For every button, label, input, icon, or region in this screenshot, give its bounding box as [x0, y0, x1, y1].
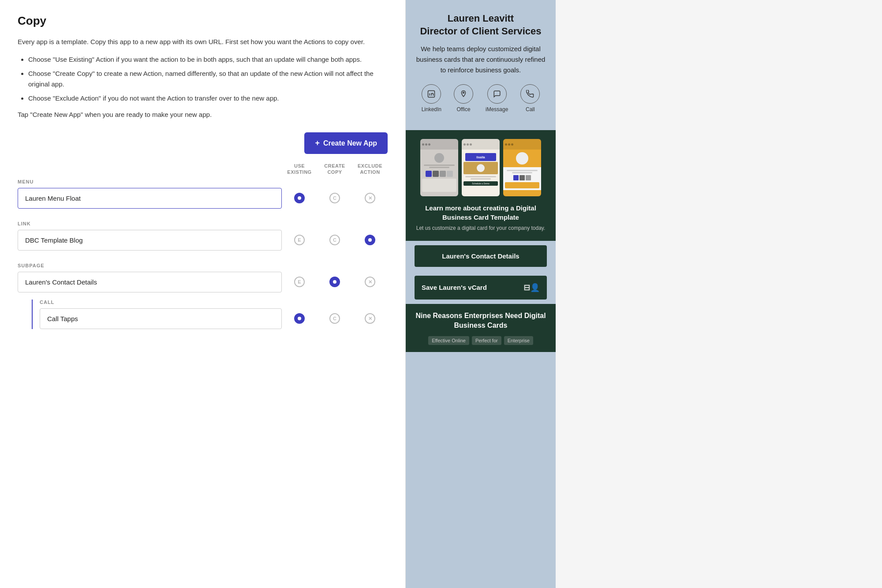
plus-icon: + [315, 139, 320, 148]
subpage-label: SUBPAGE [18, 263, 388, 268]
radio-e-letter-2: E [298, 279, 301, 285]
call-subsection: CALL C ✕ [32, 300, 388, 329]
subpage-radio-group: E ✕ [282, 277, 388, 287]
radio-c-letter: C [333, 195, 336, 201]
description: Every app is a template. Copy this app t… [18, 37, 388, 47]
call-icon[interactable] [520, 84, 540, 104]
save-vcard-button[interactable]: Save Lauren's vCard ⊟👤 [415, 276, 547, 300]
menu-exclude-action-cell[interactable]: ✕ [352, 193, 388, 203]
nine-reasons-tags: Effective Online Perfect for Enterprise [413, 336, 549, 345]
menu-exclude-action-radio[interactable]: ✕ [365, 193, 375, 203]
link-label: LINK [18, 221, 388, 226]
radio-c-letter-2: C [333, 237, 336, 243]
link-create-copy-cell[interactable]: C [317, 235, 352, 245]
exclude-action-header: EXCLUDE ACTION [352, 163, 388, 176]
sidebar-top: Lauren Leavitt Director of Client Servic… [406, 0, 556, 130]
card-previews-section: lixalla Schedule a Demo [406, 130, 556, 241]
link-create-copy-radio[interactable]: C [329, 235, 340, 245]
call-label: Call [526, 106, 535, 112]
create-copy-header: CREATE COPY [317, 163, 352, 176]
tag-3: Enterprise [504, 336, 533, 345]
menu-form-row: C ✕ [18, 188, 388, 209]
tag-1: Effective Online [428, 336, 469, 345]
link-input[interactable] [18, 230, 282, 251]
call-create-copy-radio[interactable]: C [329, 313, 340, 324]
linkedin-icon[interactable] [422, 84, 441, 104]
create-new-button[interactable]: + Create New App [304, 132, 388, 154]
preview-learn-text: Learn more about creating a Digital Busi… [415, 203, 547, 222]
call-form-row: C ✕ [40, 308, 388, 329]
menu-section: MENU C ✕ [18, 179, 388, 209]
bullet-item-2: Choose "Create Copy" to create a new Act… [28, 68, 388, 90]
radio-c-letter-3: C [333, 316, 336, 321]
call-create-copy-cell[interactable]: C [317, 313, 352, 324]
call-use-existing-radio[interactable] [294, 313, 305, 324]
subpage-use-existing-radio[interactable]: E [294, 277, 305, 287]
subpage-exclude-action-cell[interactable]: ✕ [352, 277, 388, 287]
link-radio-group: E C [282, 235, 388, 245]
office-icon-item[interactable]: Office [454, 84, 473, 112]
sidebar-person-name: Lauren Leavitt Director of Client Servic… [415, 12, 547, 37]
menu-use-existing-cell[interactable] [282, 193, 317, 203]
main-panel: Copy Every app is a template. Copy this … [0, 0, 406, 588]
create-new-label: Create New App [323, 139, 377, 147]
tap-instruction: Tap "Create New App" when you are ready … [18, 111, 388, 118]
bullet-item-1: Choose "Use Existing" Action if you want… [28, 54, 388, 65]
link-form-row: E C [18, 230, 388, 251]
save-vcard-label: Save Lauren's vCard [422, 284, 487, 291]
preview-card-2: lixalla Schedule a Demo [462, 139, 500, 196]
preview-card-3 [503, 139, 541, 196]
menu-label: MENU [18, 179, 388, 184]
call-exclude-action-cell[interactable]: ✕ [352, 313, 388, 324]
subpage-form-row: E ✕ [18, 272, 388, 292]
contact-details-button[interactable]: Lauren's Contact Details [415, 245, 547, 267]
sidebar: Lauren Leavitt Director of Client Servic… [406, 0, 556, 588]
menu-create-copy-cell[interactable]: C [317, 193, 352, 203]
tag-2: Perfect for [472, 336, 501, 345]
linkedin-label: LinkedIn [422, 106, 441, 112]
menu-input[interactable] [18, 188, 282, 209]
preview-sub-text: Let us customize a digital card for your… [415, 225, 547, 232]
menu-create-copy-radio[interactable]: C [329, 193, 340, 203]
social-icons: LinkedIn Office iMessage [415, 84, 547, 112]
imessage-label: iMessage [486, 106, 508, 112]
subpage-create-copy-cell[interactable] [317, 277, 352, 287]
call-radio-group: C ✕ [282, 313, 388, 324]
vcard-icon: ⊟👤 [523, 283, 540, 292]
nine-reasons-title: Nine Reasons Enterprises Need Digital Bu… [413, 311, 549, 331]
subpage-input[interactable] [18, 272, 282, 292]
office-icon[interactable] [454, 84, 473, 104]
office-label: Office [456, 106, 470, 112]
call-exclude-action-radio[interactable]: ✕ [365, 313, 375, 324]
linkedin-icon-item[interactable]: LinkedIn [422, 84, 441, 112]
page-title: Copy [18, 14, 388, 28]
link-section: LINK E C [18, 221, 388, 251]
imessage-icon-item[interactable]: iMessage [486, 84, 508, 112]
bullet-list: Choose "Use Existing" Action if you want… [28, 54, 388, 104]
radio-e-letter-1: E [298, 237, 301, 243]
call-icon-item[interactable]: Call [520, 84, 540, 112]
link-exclude-action-cell[interactable] [352, 235, 388, 245]
link-use-existing-radio[interactable]: E [294, 235, 305, 245]
menu-use-existing-radio[interactable] [294, 193, 305, 203]
imessage-icon[interactable] [487, 84, 507, 104]
subpage-create-copy-radio[interactable] [329, 277, 340, 287]
link-exclude-action-radio[interactable] [365, 235, 375, 245]
radio-headers: USE EXISTING CREATE COPY EXCLUDE ACTION [18, 163, 388, 176]
menu-radio-group: C ✕ [282, 193, 388, 203]
use-existing-header: USE EXISTING [282, 163, 317, 176]
subpage-exclude-action-radio[interactable]: ✕ [365, 277, 375, 287]
link-use-existing-cell[interactable]: E [282, 235, 317, 245]
subpage-section: SUBPAGE E ✕ CALL [18, 263, 388, 329]
bullet-item-3: Choose "Exclude Action" if you do not wa… [28, 93, 388, 104]
svg-point-1 [463, 92, 464, 94]
subpage-use-existing-cell[interactable]: E [282, 277, 317, 287]
call-input[interactable] [40, 308, 282, 329]
call-label: CALL [40, 300, 388, 305]
call-use-existing-cell[interactable] [282, 313, 317, 324]
radio-x-letter: ✕ [368, 195, 372, 201]
preview-card-1 [420, 139, 458, 196]
radio-x-letter-2: ✕ [368, 279, 372, 285]
sidebar-subtitle: We help teams deploy customized digital … [415, 44, 547, 75]
nine-reasons-box: Nine Reasons Enterprises Need Digital Bu… [406, 304, 556, 352]
